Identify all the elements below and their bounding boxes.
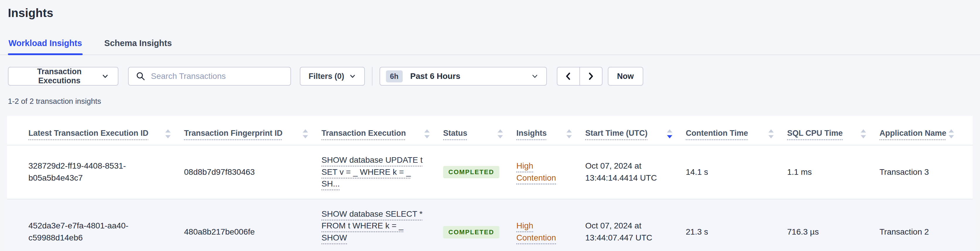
cell-transaction-execution: SHOW database SELECT *FROM t WHERE k = _…: [321, 200, 443, 251]
cell-application-name: Transaction 2: [880, 217, 967, 247]
table-body: 328729d2-ff19-4408-8531-b05a5b4e43c708d8…: [7, 145, 973, 251]
start-time-text: Oct 07, 2024 at: [585, 220, 672, 232]
cell-contention-time: 21.3 s: [686, 217, 787, 247]
sort-arrows-icon: [566, 129, 572, 138]
column-header-start-time-utc[interactable]: Start Time (UTC): [585, 116, 686, 145]
column-header-label: Latest Transaction Execution ID: [29, 128, 149, 138]
insights-table: Latest Transaction Execution IDTransacti…: [7, 116, 973, 251]
search-icon: [136, 71, 146, 81]
cell-sql-cpu-time: 716.3 µs: [787, 217, 880, 247]
cell-status: COMPLETED: [443, 217, 516, 247]
column-header-insights[interactable]: Insights: [516, 116, 585, 145]
insights-page: Insights Workload Insights Schema Insigh…: [0, 0, 980, 251]
page-title: Insights: [8, 0, 972, 20]
search-input[interactable]: [151, 72, 283, 81]
cell-latest-transaction-execution-id: 328729d2-ff19-4408-8531-b05a5b4e43c7: [29, 151, 184, 193]
chevron-left-icon: [564, 72, 572, 81]
cell-status: COMPLETED: [443, 157, 516, 187]
column-header-label: Insights: [516, 128, 547, 138]
column-header-contention-time[interactable]: Contention Time: [686, 116, 787, 145]
table-header-row: Latest Transaction Execution IDTransacti…: [7, 116, 973, 145]
cell-transaction-execution: SHOW database UPDATE tSET v = _ WHERE k …: [321, 145, 443, 199]
execution-type-dropdown[interactable]: Transaction Executions: [8, 67, 118, 86]
cell-start-time: Oct 07, 2024 at13:44:07.447 UTC: [585, 211, 686, 251]
transaction-execution-link[interactable]: SHOW database UPDATE t: [321, 154, 430, 166]
status-badge: COMPLETED: [443, 166, 500, 178]
insight-link[interactable]: High Contention: [516, 161, 556, 182]
start-time-text: Oct 07, 2024 at: [585, 160, 672, 172]
cell-insights: High Contention: [516, 151, 585, 193]
column-header-latest-transaction-execution-id[interactable]: Latest Transaction Execution ID: [29, 116, 184, 145]
cell-insights: High Contention: [516, 211, 585, 251]
tab-workload-insights[interactable]: Workload Insights: [8, 34, 83, 54]
sort-arrows-icon: [861, 129, 866, 138]
time-range-picker[interactable]: 6h Past 6 Hours: [380, 67, 547, 86]
transaction-execution-link[interactable]: ...: [321, 244, 430, 251]
transaction-execution-link[interactable]: FROM t WHERE k = _ SHOW: [321, 220, 430, 244]
column-header-label: Application Name: [880, 128, 946, 138]
column-header-label: Status: [443, 128, 468, 138]
sort-arrows-icon: [949, 129, 954, 138]
column-header-label: Transaction Execution: [321, 128, 406, 138]
chevron-right-icon: [587, 72, 595, 81]
column-header-label: Start Time (UTC): [585, 128, 648, 138]
cell-transaction-fingerprint-id: 480a8b217be006fe: [184, 217, 321, 247]
sort-arrows-icon: [667, 129, 672, 138]
search-box[interactable]: [128, 67, 291, 86]
time-range-badge: 6h: [386, 70, 402, 82]
column-header-application-name[interactable]: Application Name: [880, 116, 967, 145]
sort-arrows-icon: [165, 129, 170, 138]
chevron-down-icon: [531, 72, 539, 80]
column-header-status[interactable]: Status: [443, 116, 516, 145]
cell-transaction-fingerprint-id: 08d8b7d97f830463: [184, 157, 321, 187]
time-range-label: Past 6 Hours: [410, 72, 531, 81]
cell-application-name: Transaction 3: [880, 157, 967, 187]
time-range-pager: [557, 67, 603, 86]
insight-link[interactable]: High Contention: [516, 221, 556, 242]
transaction-execution-link[interactable]: SET v = _ WHERE k = _ SH...: [321, 166, 430, 190]
chevron-down-icon: [349, 73, 356, 80]
filters-label: Filters (0): [309, 72, 344, 81]
toolbar: Transaction Executions Filters (0) 6h Pa…: [8, 67, 972, 86]
column-header-transaction-fingerprint-id[interactable]: Transaction Fingerprint ID: [184, 116, 321, 145]
table-row: 328729d2-ff19-4408-8531-b05a5b4e43c708d8…: [7, 145, 973, 200]
toolbar-divider: [372, 67, 372, 86]
sort-arrows-icon: [424, 129, 430, 138]
cell-start-time: Oct 07, 2024 at13:44:14.4414 UTC: [585, 151, 686, 193]
start-time-text: 13:44:14.4414 UTC: [585, 172, 672, 184]
status-badge: COMPLETED: [443, 226, 500, 238]
transaction-execution-link[interactable]: SHOW database SELECT *: [321, 208, 430, 220]
sort-arrows-icon: [303, 129, 308, 138]
execution-type-label: Transaction Executions: [17, 67, 102, 85]
column-header-sql-cpu-time[interactable]: SQL CPU Time: [787, 116, 880, 145]
sort-arrows-icon: [768, 129, 774, 138]
filters-button[interactable]: Filters (0): [300, 67, 365, 86]
prev-time-range-button[interactable]: [557, 67, 580, 86]
tabs-bar: Workload Insights Schema Insights: [0, 34, 980, 55]
column-header-label: Contention Time: [686, 128, 748, 138]
column-header-transaction-execution[interactable]: Transaction Execution: [321, 116, 443, 145]
chevron-down-icon: [102, 72, 109, 80]
cell-contention-time: 14.1 s: [686, 157, 787, 187]
column-header-label: Transaction Fingerprint ID: [184, 128, 283, 138]
results-count: 1-2 of 2 transaction insights: [8, 97, 972, 106]
tab-schema-insights[interactable]: Schema Insights: [104, 34, 172, 54]
cell-latest-transaction-execution-id: 452da3e7-e7fa-4801-aa40-c59988d14eb6: [29, 211, 184, 251]
table-row: 452da3e7-e7fa-4801-aa40-c59988d14eb6480a…: [7, 200, 973, 251]
column-header-label: SQL CPU Time: [787, 128, 843, 138]
now-button[interactable]: Now: [608, 67, 643, 86]
cell-sql-cpu-time: 1.1 ms: [787, 157, 880, 187]
sort-arrows-icon: [498, 129, 503, 138]
start-time-text: 13:44:07.447 UTC: [585, 232, 672, 244]
next-time-range-button[interactable]: [580, 67, 603, 86]
